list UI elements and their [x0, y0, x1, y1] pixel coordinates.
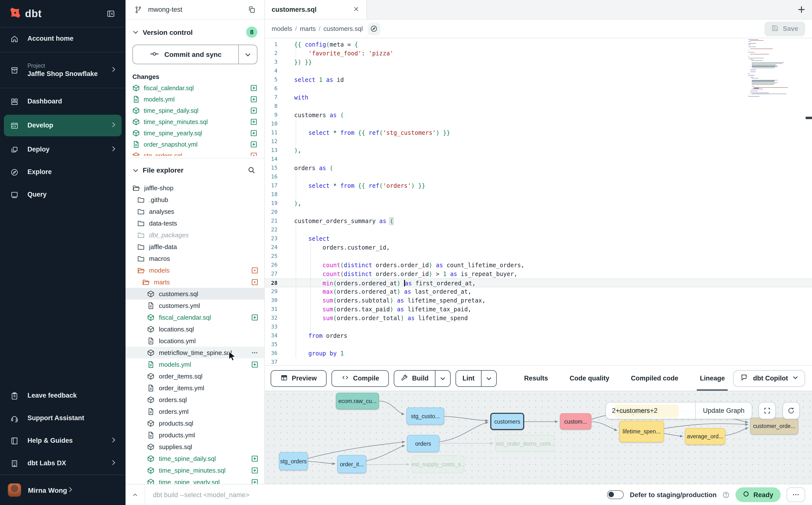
panel-tab-lineage[interactable]: Lineage	[700, 366, 725, 391]
sidebar-item-dbt-labs-dx[interactable]: dbt Labs DX	[0, 452, 126, 475]
stage-plus-icon[interactable]	[251, 314, 259, 321]
code-line-16[interactable]: 16	[265, 173, 812, 181]
code-line-33[interactable]: 33	[265, 323, 812, 331]
code-line-10[interactable]: 10	[265, 120, 812, 129]
lint-button[interactable]: Lint	[456, 370, 497, 386]
file-tree-item-products.sql[interactable]: products.sql	[126, 417, 264, 429]
file-tree-item-models.yml[interactable]: models.yml	[126, 358, 264, 370]
stage-plus-icon[interactable]	[250, 141, 258, 148]
code-line-25[interactable]: 25	[265, 252, 812, 261]
panel-tab-results[interactable]: Results	[524, 366, 548, 391]
panel-tab-code-quality[interactable]: Code quality	[570, 366, 609, 391]
breadcrumb-segment[interactable]: models	[272, 25, 292, 32]
code-line-26[interactable]: 26 count(distinct orders.order_id) as co…	[265, 261, 812, 270]
lint-options-chevron[interactable]	[481, 370, 496, 386]
code-line-30[interactable]: 30 sum(orders.subtotal) as lifetime_spen…	[265, 296, 812, 305]
changed-file-time_spine_yearly.sql[interactable]: time_spine_yearly.sql	[126, 128, 264, 139]
lineage-node-ecom-raw-customers[interactable]: ecom.raw_cu...	[336, 393, 379, 409]
code-line-37[interactable]: 37	[265, 358, 812, 365]
branch-name[interactable]: mwong-test	[148, 6, 246, 13]
sidebar-item-help-guides[interactable]: Help & Guides	[0, 430, 126, 452]
lineage-node-average-order[interactable]: average_ord...	[685, 428, 725, 445]
code-line-20[interactable]: 20	[265, 208, 812, 217]
command-input[interactable]: dbt build --select <model_name>	[145, 491, 607, 498]
stage-plus-icon[interactable]	[250, 84, 258, 92]
modified-dot-icon[interactable]	[251, 278, 259, 286]
code-editor[interactable]: 1{{ config(meta = {2 'favorite_food': 'p…	[265, 38, 812, 365]
changed-file-time_spine_daily.sql[interactable]: time_spine_daily.sql	[126, 105, 264, 116]
file-tree-item-time_spine_yearly.sql[interactable]: time_spine_yearly.sql	[126, 476, 264, 484]
modified-dot-icon[interactable]	[250, 152, 258, 156]
sidebar-item-develop[interactable]: Develop	[4, 115, 122, 136]
code-line-18[interactable]: 18	[265, 190, 812, 199]
commit-options-chevron[interactable]	[238, 45, 257, 64]
stage-plus-icon[interactable]	[251, 455, 259, 462]
sidebar-item-dashboard[interactable]: Dashboard	[0, 90, 126, 113]
preview-button[interactable]: Preview	[271, 370, 327, 386]
lineage-node-test-order-items[interactable]: test_order_items_com...	[495, 435, 554, 452]
status-ready-badge[interactable]: Ready	[736, 487, 781, 502]
code-line-22[interactable]: 22	[265, 225, 812, 234]
code-line-34[interactable]: 34 from orders	[265, 331, 812, 340]
file-tree-item-locations.yml[interactable]: locations.yml	[126, 335, 264, 347]
version-control-header[interactable]: Version control 8	[126, 20, 264, 42]
commit-and-sync-button[interactable]: Commit and sync	[132, 45, 258, 64]
stage-plus-icon[interactable]	[251, 467, 259, 474]
collapse-sidebar-icon[interactable]	[105, 8, 117, 19]
breadcrumb-segment[interactable]: customers.sql	[323, 25, 363, 32]
file-tree-item-jaffle-shop[interactable]: jaffle-shop	[126, 182, 264, 194]
code-line-8[interactable]: 8	[265, 102, 812, 111]
new-tab-button[interactable]	[790, 0, 812, 19]
file-tree-item-models[interactable]: models	[126, 264, 264, 276]
code-line-6[interactable]: 6	[265, 84, 812, 93]
file-tree-item-products.yml[interactable]: products.yml	[126, 429, 264, 441]
code-line-1[interactable]: 1{{ config(meta = {	[265, 40, 812, 49]
lineage-node-orders[interactable]: orders	[407, 435, 439, 452]
code-line-23[interactable]: 23 select	[265, 234, 812, 243]
code-line-19[interactable]: 19),	[265, 199, 812, 208]
code-line-17[interactable]: 17 select * from {{ ref('orders') }}	[265, 181, 812, 190]
lineage-node-stg-orders[interactable]: stg_orders	[279, 452, 308, 470]
changed-file-order_snapshot.yml[interactable]: order_snapshot.yml	[126, 139, 264, 150]
sidebar-item-account-home[interactable]: Account home	[0, 27, 126, 50]
help-circle-icon[interactable]	[722, 491, 730, 498]
file-tree-item-.github[interactable]: .github	[126, 194, 264, 205]
code-line-35[interactable]: 35	[265, 340, 812, 349]
file-tree-item-time_spine_daily.sql[interactable]: time_spine_daily.sql	[126, 453, 264, 464]
code-line-12[interactable]: 12	[265, 137, 812, 146]
file-tree-item-supplies.sql[interactable]: supplies.sql	[126, 441, 264, 453]
lineage-node-customer-orders[interactable]: customer_orde...	[750, 418, 798, 435]
code-line-32[interactable]: 32 sum(orders.order_total) as lifetime_s…	[265, 314, 812, 323]
breadcrumb-segment[interactable]: marts	[300, 25, 316, 32]
file-tree-item-jaffle-data[interactable]: jaffle-data	[126, 241, 264, 252]
changed-file-stg_orders.sql[interactable]: stg_orders.sql	[126, 150, 264, 156]
stage-plus-icon[interactable]	[250, 118, 258, 126]
sidebar-item-explore[interactable]: Explore	[0, 161, 126, 183]
code-line-11[interactable]: 11 select * from {{ ref('stg_customers')…	[265, 129, 812, 137]
file-tree-item-customers.sql[interactable]: customers.sql	[126, 288, 264, 300]
file-tree-item-orders.yml[interactable]: orders.yml	[126, 405, 264, 417]
stage-plus-icon[interactable]	[251, 478, 259, 484]
file-tree-item-locations.sql[interactable]: locations.sql	[126, 323, 264, 335]
lineage-selector-input[interactable]: count_lifetim... 2+customers+2	[606, 402, 695, 419]
lineage-graph[interactable]: ecom.raw_cu...stg_custo...customerscusto…	[265, 391, 812, 484]
stage-plus-icon[interactable]	[250, 130, 258, 137]
file-tree-item-order_items.sql[interactable]: order_items.sql	[126, 370, 264, 382]
lineage-fullscreen-button[interactable]	[759, 402, 776, 419]
lineage-node-test-supply-costs[interactable]: test_supply_costs_s...	[412, 456, 464, 473]
copy-branch-icon[interactable]	[246, 4, 258, 15]
file-explorer-header[interactable]: File explorer	[126, 158, 264, 180]
close-tab-icon[interactable]	[353, 6, 359, 13]
file-tree-item-metricflow_time_spine.sql[interactable]: metricflow_time_spine.sql	[126, 347, 264, 358]
changed-file-fiscal_calendar.sql[interactable]: fiscal_calendar.sql	[126, 82, 264, 94]
stage-plus-icon[interactable]	[250, 107, 258, 114]
modified-dot-icon[interactable]	[251, 267, 259, 274]
code-line-29[interactable]: 29 max(orders.ordered_at) as last_ordere…	[265, 287, 812, 296]
file-tree-item-dbt_packages[interactable]: dbt_packages	[126, 229, 264, 241]
sidebar-item-query[interactable]: Query	[0, 183, 126, 206]
code-line-5[interactable]: 5select 1 as id	[265, 75, 812, 84]
file-tree-item-marts[interactable]: marts	[126, 276, 264, 288]
sidebar-item-leave-feedback[interactable]: Leave feedback	[0, 384, 126, 407]
code-line-24[interactable]: 24 orders.customer_id,	[265, 243, 812, 252]
code-line-7[interactable]: 7with	[265, 93, 812, 102]
